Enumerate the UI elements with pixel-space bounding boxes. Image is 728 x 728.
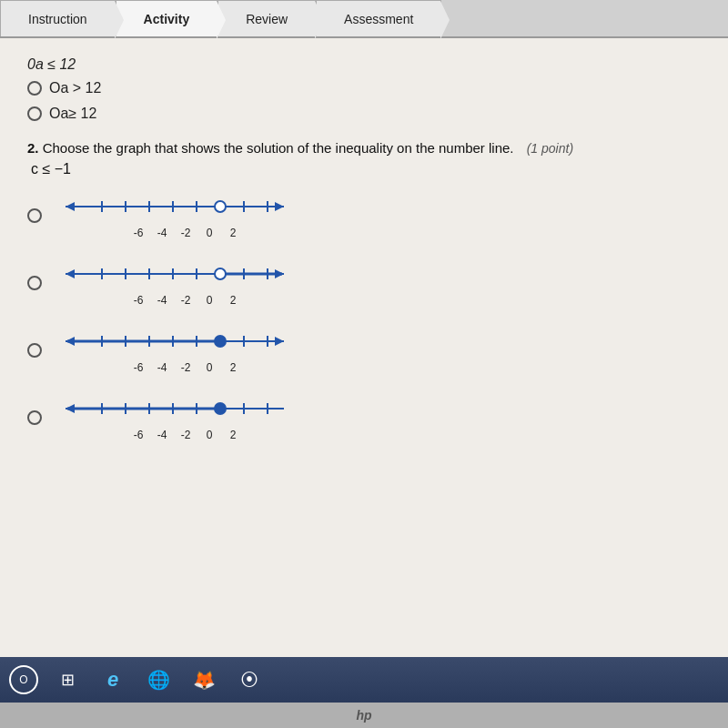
option-a-greater: Oa > 12 [27, 80, 701, 96]
nl4-container: -6 -4 -2 0 2 [56, 394, 293, 441]
tab-review[interactable]: Review [217, 0, 316, 36]
nl2-labels: -6 -4 -2 0 2 [105, 294, 245, 307]
partial-answer-line1: 0a ≤ 12 [27, 56, 701, 73]
number-line-option-4: -6 -4 -2 0 2 [27, 394, 701, 441]
hp-logo: hp [356, 708, 371, 723]
question-2-text: 2. Choose the graph that shows the solut… [27, 140, 701, 156]
nl2-svg [56, 259, 293, 292]
number-line-option-1: -6 -4 -2 0 2 [27, 192, 701, 239]
option-a-greater-text: Oa > 12 [49, 80, 101, 96]
inequality-expression: c ≤ −1 [31, 161, 701, 177]
radio-a-geq[interactable] [27, 106, 42, 121]
tab-assessment-label: Assessment [344, 12, 413, 26]
nl1-svg [56, 192, 293, 225]
radio-nl1[interactable] [27, 208, 42, 223]
nl1-container: -6 -4 -2 0 2 [56, 192, 293, 239]
svg-point-11 [215, 201, 226, 212]
chrome-icon-btn[interactable]: ⦿ [233, 663, 266, 696]
firefox-icon-btn[interactable]: 🦊 [187, 663, 220, 696]
chrome-icon: ⦿ [240, 670, 258, 691]
question-2-section: 2. Choose the graph that shows the solut… [27, 140, 701, 441]
nl3-labels: -6 -4 -2 0 2 [105, 361, 245, 374]
ie-icon: e [107, 668, 118, 692]
edge-icon: 🌐 [147, 669, 170, 691]
desktop-icon: ⊞ [61, 670, 75, 690]
nl1-labels: -6 -4 -2 0 2 [105, 227, 245, 239]
nl2-container: -6 -4 -2 0 2 [56, 259, 293, 307]
edge-icon-btn[interactable]: 🌐 [142, 663, 175, 696]
radio-nl3[interactable] [27, 343, 42, 358]
content-area: 0a ≤ 12 Oa > 12 Oa≥ 12 2. Choose the gra… [0, 38, 728, 657]
nl4-labels: -6 -4 -2 0 2 [105, 429, 245, 441]
svg-point-49 [215, 403, 226, 414]
question-2-body: Choose the graph that shows the solution… [43, 140, 514, 156]
tab-bar: Instruction Activity Review Assessment [0, 0, 728, 38]
laptop-bottom: hp [0, 703, 728, 728]
radio-nl2[interactable] [27, 276, 42, 290]
firefox-icon: 🦊 [193, 669, 216, 691]
tab-review-label: Review [246, 12, 288, 26]
desktop-icon-btn[interactable]: ⊞ [51, 663, 84, 696]
svg-point-37 [215, 336, 226, 347]
start-button[interactable]: O [9, 665, 38, 694]
number-line-option-3: -6 -4 -2 0 2 [27, 327, 701, 374]
nl3-container: -6 -4 -2 0 2 [56, 327, 293, 374]
tab-activity[interactable]: Activity [116, 0, 218, 36]
ie-icon-btn[interactable]: e [96, 663, 129, 696]
taskbar: O ⊞ e 🌐 🦊 ⦿ [0, 657, 728, 703]
svg-marker-27 [275, 337, 284, 346]
tab-instruction[interactable]: Instruction [0, 0, 116, 36]
tab-instruction-label: Instruction [28, 12, 87, 26]
option-a-geq-text: Oa≥ 12 [49, 106, 96, 122]
question-2-number: 2. [27, 140, 39, 156]
radio-nl4[interactable] [27, 410, 42, 425]
svg-point-23 [215, 268, 226, 279]
nl3-svg [56, 327, 293, 359]
number-line-option-2: -6 -4 -2 0 2 [27, 259, 701, 307]
start-label: O [19, 673, 27, 686]
option-a-geq: Oa≥ 12 [27, 106, 701, 122]
radio-a-greater[interactable] [27, 81, 42, 96]
tab-activity-label: Activity [144, 12, 190, 26]
svg-marker-2 [275, 202, 284, 211]
svg-marker-13 [66, 269, 75, 278]
svg-marker-1 [66, 202, 75, 211]
nl4-svg [56, 394, 293, 427]
question-2-points: (1 point) [527, 141, 573, 156]
tab-assessment[interactable]: Assessment [316, 0, 441, 36]
